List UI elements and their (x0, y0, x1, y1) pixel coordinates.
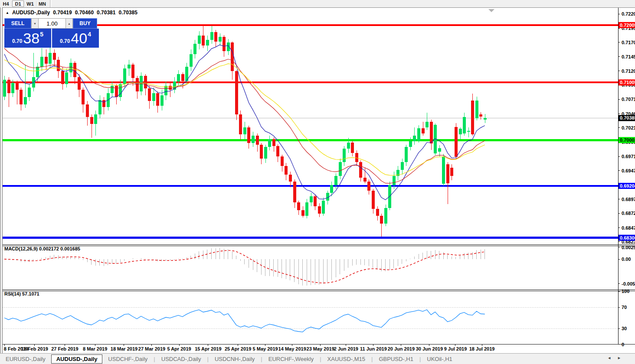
scroll-left-icon[interactable]: ◄ (607, 356, 617, 360)
fast-ma-line (4, 45, 485, 200)
svg-text:9 Jul 2019: 9 Jul 2019 (444, 346, 467, 351)
svg-text:0.70710: 0.70710 (622, 97, 635, 102)
symbol-title: AUDUSD-,Daily (12, 10, 50, 16)
svg-text:27 Mar 2019: 27 Mar 2019 (138, 346, 165, 351)
current-price-badge: 0.70385 (620, 115, 635, 120)
candlestick-series[interactable] (3, 25, 487, 237)
svg-text:5 Apr 2019: 5 Apr 2019 (167, 346, 191, 351)
chart-tab-usdchf-daily[interactable]: USDCHF-,Daily (102, 355, 153, 363)
svg-text:14 May 2019: 14 May 2019 (278, 346, 306, 351)
svg-text:0.71705: 0.71705 (622, 40, 635, 45)
chart-tab-eurusd-daily[interactable]: EURUSD-,Daily (0, 355, 51, 363)
rsi-value: 57.1071 (22, 291, 39, 296)
chart-shift-marker-icon[interactable] (488, 9, 494, 12)
sell-price-point: 5 (40, 31, 43, 38)
macd-value: 0.002172 (39, 246, 59, 251)
sell-price-box[interactable]: 0.70 38 5 (4, 29, 51, 48)
rsi-axis-label: 70 (622, 305, 627, 310)
svg-text:20 Jun 2019: 20 Jun 2019 (388, 346, 415, 351)
buy-price-box[interactable]: 0.70 40 4 (52, 29, 99, 48)
svg-text:18 Feb 2019: 18 Feb 2019 (21, 346, 48, 351)
rsi-axis-label: 100 (622, 289, 629, 294)
chart-tab-usdcnh-daily[interactable]: USDCNH-,Daily (209, 355, 260, 363)
svg-text:23 May 2019: 23 May 2019 (307, 346, 334, 351)
slow-ma-line (4, 60, 485, 176)
macd-axis-label: -0.005234 (622, 281, 635, 286)
timeframe-button-d1[interactable]: D1 (12, 0, 24, 7)
mt4-terminal: { "toolbar": { "timeframes": [ {"label":… (0, 0, 635, 364)
ohlc-close: 0.70385 (118, 10, 137, 16)
svg-text:15 Apr 2019: 15 Apr 2019 (195, 346, 221, 351)
sell-price-pips: 38 (23, 29, 39, 47)
chart-tab-audusd-daily[interactable]: AUDUSD-,Daily (51, 354, 103, 364)
level-0.72005-badge: 0.72005 (620, 23, 635, 28)
svg-text:2 Jun 2019: 2 Jun 2019 (334, 346, 358, 351)
ohlc-low: 0.70381 (97, 10, 115, 16)
svg-text:8 Mar 2019: 8 Mar 2019 (83, 346, 107, 351)
toolbar-separator (50, 0, 52, 7)
medium-ma-line (4, 48, 485, 183)
chart-tab-eurchf-weekly[interactable]: EURCHF-,Weekly (263, 355, 320, 363)
rsi-axis-label: 30 (622, 326, 627, 331)
tab-scroll-arrows[interactable]: ◄► (607, 356, 627, 360)
timeframe-toolbar: H4D1W1MN (0, 0, 635, 8)
timeframe-button-w1[interactable]: W1 (24, 0, 36, 7)
svg-text:27 Feb 2019: 27 Feb 2019 (51, 346, 78, 351)
macd-axis-label: 0.00 (622, 257, 631, 262)
svg-text:11 Jun 2019: 11 Jun 2019 (360, 346, 387, 351)
volume-input[interactable] (39, 18, 65, 29)
ohlc-high: 0.70460 (75, 10, 94, 16)
chevron-down-icon: ▼ (33, 22, 36, 25)
sell-button[interactable]: SELL (4, 18, 31, 29)
svg-text:30 Jun 2019: 30 Jun 2019 (416, 346, 443, 351)
buy-price-point: 4 (88, 31, 91, 38)
price-axis[interactable]: 0.722000.719500.717050.714550.712050.709… (618, 11, 635, 244)
svg-text:5 May 2019: 5 May 2019 (253, 346, 278, 351)
one-click-trading-panel: SELL ▼ ▲ BUY 0.70 38 5 0.70 40 4 (4, 18, 99, 48)
chevron-up-icon: ▲ (68, 22, 71, 25)
volume-up-button[interactable]: ▲ (65, 18, 73, 29)
level-0.70002-badge: 0.70002 (620, 137, 635, 143)
chart-tab-bar: EURUSD-,DailyAUDUSD-,DailyUSDCHF-,Daily|… (0, 353, 635, 364)
sell-price-prefix: 0.70 (12, 38, 22, 44)
svg-text:25 Apr 2019: 25 Apr 2019 (225, 346, 251, 351)
svg-text:0.69470: 0.69470 (622, 168, 635, 173)
chart-tab-gbpusd-h1[interactable]: GBPUSD-,H1 (373, 355, 419, 363)
level-0.71005-badge: 0.71005 (620, 80, 635, 85)
level-0.68300-badge: 0.68300 (620, 235, 635, 240)
macd-axis-label: 0.002524 (622, 245, 635, 250)
svg-text:0.71205: 0.71205 (622, 68, 635, 74)
macd-label: MACD(12,26,9) 0.002172 0.001685 (4, 246, 80, 251)
svg-text:0.68725: 0.68725 (622, 211, 635, 216)
chart-tab-ukoil-h1[interactable]: UKOil-,H1 (421, 355, 458, 363)
macd-signal-line (4, 250, 485, 283)
svg-text:0.68970: 0.68970 (622, 197, 635, 202)
chart-tab-usdcad-daily[interactable]: USDCAD-,Daily (156, 355, 207, 363)
buy-price-pips: 40 (71, 29, 87, 47)
chart-window: 0.722000.719500.717050.714550.712050.709… (3, 7, 635, 354)
macd-histogram (4, 248, 485, 286)
level-0.69204-badge: 0.69204 (620, 183, 635, 188)
buy-price-prefix: 0.70 (60, 38, 70, 44)
svg-text:0.72200: 0.72200 (622, 11, 635, 16)
chart-tab-xauusd-m15[interactable]: XAUUSD-,M15 (322, 355, 371, 363)
ohlc-open: 0.70419 (53, 10, 72, 16)
rsi-axis-label: 0 (622, 342, 624, 347)
timeframe-button-mn[interactable]: MN (36, 0, 48, 7)
svg-text:0.71455: 0.71455 (622, 54, 635, 59)
date-axis[interactable]: 8 Feb 201918 Feb 201927 Feb 20198 Mar 20… (4, 344, 495, 351)
volume-down-button[interactable]: ▼ (31, 18, 39, 29)
svg-text:0.70215: 0.70215 (622, 125, 635, 130)
svg-text:0.68475: 0.68475 (622, 225, 635, 231)
rsi-label: RSI(14) 57.1071 (4, 291, 39, 296)
window-marker-icon: ▲ (6, 11, 9, 15)
timeframe-button-h4[interactable]: H4 (0, 0, 12, 7)
chart-header: ▲ AUDUSD-,Daily 0.70419 0.70460 0.70381 … (6, 10, 137, 16)
chart-canvas[interactable]: 0.722000.719500.717050.714550.712050.709… (3, 8, 635, 354)
macd-signal-value: 0.001685 (60, 246, 80, 251)
svg-text:0.69715: 0.69715 (622, 154, 635, 159)
svg-text:18 Mar 2019: 18 Mar 2019 (111, 346, 137, 351)
buy-button[interactable]: BUY (73, 18, 97, 29)
svg-text:18 Jul 2019: 18 Jul 2019 (469, 346, 495, 351)
scroll-right-icon[interactable]: ► (617, 356, 627, 360)
